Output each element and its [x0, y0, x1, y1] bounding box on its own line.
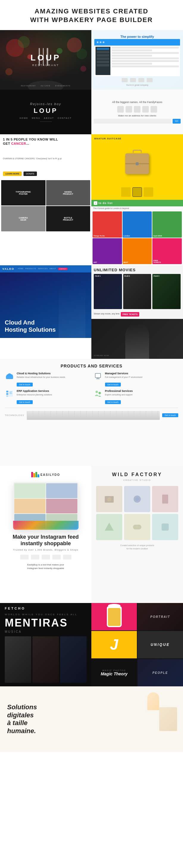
saas-sub: You're in great company [94, 83, 180, 87]
solutions-decoration [159, 707, 177, 731]
svg-point-28 [98, 392, 101, 394]
nav-restaurant: RESTAURANT [21, 85, 36, 87]
free-tickets-badge: FREE TICKETS [121, 312, 140, 316]
fetch-sub: MUSICA [5, 630, 87, 633]
valeo-nav-home[interactable]: HOME [18, 268, 24, 270]
fetch-headline: MENTIRAS [5, 618, 87, 628]
svg-rect-18 [96, 378, 100, 379]
easilydo-description: EasilyBuy is a tool that makes your Inst… [27, 563, 64, 570]
row-3: 1 IN 5 PEOPLE YOU KNOW WILL GET CANCER..… [0, 134, 183, 265]
product-img-3: CAMERAGEAR [1, 206, 45, 231]
family-logo-1 [117, 106, 124, 113]
valeo-nav-services[interactable]: SERVICES [38, 268, 48, 270]
suitcase-clasp [136, 162, 139, 165]
todo-title: to do list [98, 202, 113, 205]
row-easilydo: EASILYDO Make your Instagram feed instan… [0, 466, 183, 603]
suitcase-thumbs [94, 187, 180, 197]
saas-header-bar [94, 39, 180, 45]
creative-cell-person: PORTRAIT [138, 603, 183, 630]
cloud-text: Cloud AndHosting Solutions [5, 319, 87, 333]
saas-row-6 [112, 60, 179, 62]
nav2-menu: MENU [32, 117, 40, 119]
movie-3: FILM 3 [152, 274, 181, 309]
product-text-cloud: Cloud & Hosting Solutions Reliable cloud… [17, 372, 65, 386]
get-in-touch-btn[interactable]: Get in touch [162, 413, 178, 417]
product-btn-2[interactable]: Get in touch [105, 383, 121, 386]
row-1: LOUP RESTAURANT RESTAURANT AU CAFÉ ÉVÉNE… [0, 30, 183, 90]
wild-products-grid [96, 486, 178, 540]
cancer-btn-2[interactable]: DONATE [24, 172, 37, 176]
saas-tagline: The power to simplify [94, 33, 180, 39]
typo-content: Magic Photog Magic Theory [100, 670, 127, 676]
tile-solutions: Solutionsdigitalesà taillehumaine. [0, 686, 183, 752]
j-letter: J [110, 636, 118, 653]
actor-silhouette [125, 323, 149, 359]
tile-family: All the biggest names. All the FamilyFac… [91, 90, 183, 134]
tech-chart [27, 411, 160, 420]
cancer-sub: OVARIAN & UTERINE CANCERS, 'Cher(ished)'… [3, 157, 88, 160]
sidebar-item-6 [97, 64, 109, 66]
valeo-nav: VALEO HOME PRODUCTS SERVICES ABOUT CONTA… [0, 265, 91, 273]
product-btn-1[interactable]: Get in touch [17, 383, 33, 386]
easilydo-screen [13, 482, 79, 530]
svg-rect-26 [9, 393, 12, 394]
family-cta: Make me an address for new clients [118, 114, 156, 117]
creative-label-portrait: PEOPLE [152, 671, 168, 675]
row-fetch: FETCHO WORLDS WHILE YOU ONCE FEELS ALL M… [0, 603, 183, 686]
family-logos [117, 106, 157, 113]
cancer-headline: 1 IN 5 PEOPLE YOU KNOW WILL GET CANCER..… [3, 137, 88, 146]
nav2-home: HOME [20, 117, 28, 119]
product-desc-1: Reliable cloud infrastructure for your b… [17, 376, 65, 379]
ed-partner-2 [31, 555, 39, 559]
saas-dot-1 [97, 41, 98, 43]
product-icon-5 [131, 521, 143, 533]
product-name-4: Professional Services [105, 390, 133, 393]
restaurant2-name: LOUP [34, 107, 58, 115]
svg-rect-34 [163, 495, 167, 501]
tech-label: Technology [5, 414, 24, 416]
family-submit[interactable]: GO [173, 119, 181, 124]
icon-bar-4 [37, 474, 39, 477]
ed-partner-3 [42, 555, 50, 559]
cloud-icon-svg [5, 372, 14, 380]
sidebar-item-1 [97, 48, 109, 50]
nav-events: ÉVÉNEMENTS [55, 85, 70, 87]
cancer-btn-1[interactable]: LEARN MORE [3, 172, 22, 176]
valeo-nav-about[interactable]: ABOUT [50, 268, 56, 270]
ed-partner-4 [52, 555, 61, 559]
logo-4 [147, 78, 153, 82]
person-illustration [147, 692, 159, 710]
saas-main-content [112, 47, 179, 75]
saas-row-7 [112, 63, 152, 65]
tile-cancer: 1 IN 5 PEOPLE YOU KNOW WILL GET CANCER..… [0, 134, 91, 179]
todo-card-3: April 2016 [152, 211, 182, 238]
todo-card-1: Things To Do [93, 211, 122, 238]
todo-content: Things To Do London April 2016 ART BEAT … [91, 210, 183, 265]
product-btn-3[interactable]: Get in touch [17, 400, 33, 404]
todo-card-2: London [123, 211, 152, 238]
todo-card-label-6: FREETICKETS [153, 260, 161, 263]
typo-main: Magic Theory [100, 672, 127, 676]
valeo-nav-products[interactable]: PRODUCTS [25, 268, 36, 270]
nav-cafe: AU CAFÉ [40, 85, 50, 87]
icon-bar-3 [35, 472, 37, 477]
easilydo-logo-area: EASILYDO [31, 472, 60, 477]
beer-foam [108, 604, 121, 608]
sidebar-item-2 [97, 51, 109, 53]
wild-product-4 [96, 514, 122, 540]
family-input[interactable] [94, 119, 172, 124]
valeo-nav-items: HOME PRODUCTS SERVICES ABOUT CONTACT [18, 268, 67, 270]
product-text-managed: Managed Services Full management of your… [105, 372, 143, 386]
products-grid: Cloud & Hosting Solutions Reliable cloud… [5, 372, 178, 404]
product-btn-4[interactable]: Get in touch [105, 400, 121, 404]
saas-row-1 [112, 47, 179, 49]
logo-2 [130, 78, 136, 82]
icon-bar-2 [33, 473, 35, 477]
product-item-3: ERP Application Services Enterprise reso… [5, 390, 90, 404]
logo-3 [139, 78, 144, 82]
product-name-2: Managed Services [105, 372, 143, 375]
product-name-1: Cloud & Hosting Solutions [17, 372, 65, 375]
creative-cell-j: J [91, 631, 137, 658]
valeo-btn[interactable]: CONTACT [58, 268, 67, 270]
todo-card-label-2: London [123, 235, 130, 237]
